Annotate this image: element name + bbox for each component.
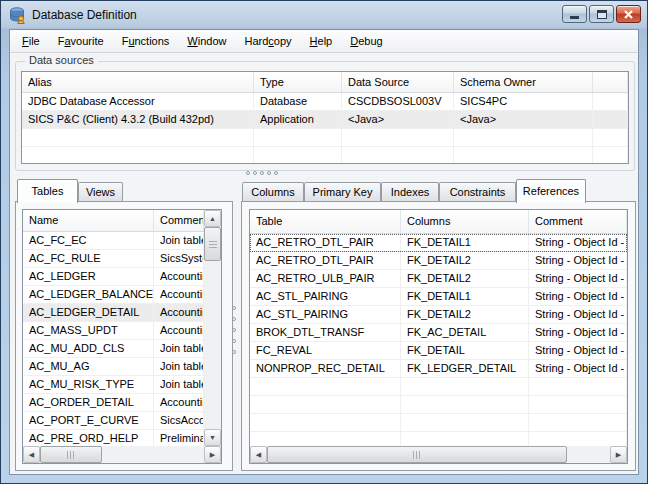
cell-comment: String - Object Id - [529,270,627,287]
table-row[interactable]: AC_PORT_E_CURVESicsAccou [23,412,204,430]
cell-schema-owner: SICS4PC [454,93,593,110]
cell-spacer [593,111,628,128]
tab-primary-key[interactable]: Primary Key [304,182,381,203]
scrollbar-thumb[interactable] [267,446,567,463]
arrow-left-icon: ◀ [251,447,266,462]
cell-name: AC_MU_ADD_CLS [23,340,154,357]
cell-columns: FK_DETAIL1 [401,288,529,305]
scrollbar-thumb[interactable] [204,227,221,261]
table-row[interactable]: SICS P&C (Client) 4.3.2 (Build 432pd) Ap… [22,111,628,129]
cell-table: AC_STL_PAIRING [250,306,401,323]
cell-data-source: <Java> [342,111,454,128]
splitter-dot [260,171,264,175]
menu-item-debug[interactable]: Debug [341,30,391,52]
cell-columns: FK_DETAIL [401,342,529,359]
column-header-comment: Comment [529,210,627,233]
menu-item-favourite[interactable]: Favourite [49,30,113,52]
table-row[interactable]: AC_RETRO_ULB_PAIRFK_DETAIL2String - Obje… [250,270,627,288]
tab-constraints[interactable]: Constraints [439,182,516,203]
table-row[interactable]: AC_PRE_ORD_HELPPreliminar [23,430,204,446]
cell-name: AC_LEDGER [23,268,154,285]
table-row-focused[interactable]: AC_RETRO_DTL_PAIRFK_DETAIL1String - Obje… [250,234,627,252]
cell-table: AC_STL_PAIRING [250,288,401,305]
data-sources-table: Alias Type Data Source Schema Owner JDBC… [21,71,629,164]
cell-table: AC_RETRO_DTL_PAIR [250,234,401,251]
table-row[interactable]: AC_FC_RULESicsSyste [23,250,204,268]
splitter-dot [274,171,278,175]
tab-views[interactable]: Views [78,182,123,203]
column-header-table: Table [250,210,401,233]
cell-name: AC_FC_RULE [23,250,154,267]
table-row-empty [22,147,628,164]
table-row[interactable]: AC_LEDGERAccountin [23,268,204,286]
scroll-left-button[interactable]: ◀ [23,446,40,463]
cell-columns: FK_DETAIL2 [401,306,529,323]
scroll-right-button[interactable]: ▶ [610,446,627,463]
cell-name: AC_FC_EC [23,232,154,249]
window-body: File Favourite Functions Window Hardcopy… [9,29,639,475]
menu-item-functions[interactable]: Functions [113,30,179,52]
table-row-selected[interactable]: AC_LEDGER_DETAILAccountin [23,304,204,322]
column-header-comment: Comment [154,210,204,231]
table-row[interactable]: NONPROP_REC_DETAILFK_LEDGER_DETAILString… [250,360,627,378]
tab-tables[interactable]: Tables [17,179,78,203]
table-row[interactable]: FC_REVALFK_DETAILString - Object Id - [250,342,627,360]
table-row[interactable]: BROK_DTL_TRANSFFK_AC_DETAILString - Obje… [250,324,627,342]
table-row-empty [22,129,628,147]
cell-columns: FK_DETAIL2 [401,270,529,287]
cell-comment: String - Object Id - [529,306,627,323]
arrow-down-icon: ▼ [205,430,220,445]
cell-comment: String - Object Id - [529,342,627,359]
menu-item-file[interactable]: File [13,30,49,52]
menu-item-help[interactable]: Help [301,30,342,52]
cell-type: Database [254,93,342,110]
menu-item-hardcopy[interactable]: Hardcopy [236,30,301,52]
horizontal-scrollbar[interactable]: ◀ ▶ [23,446,221,463]
table-row[interactable]: AC_FC_ECJoin table [23,232,204,250]
client-area: Data sources Alias Type Data Source Sche… [10,53,638,474]
table-row-empty [250,432,627,446]
table-row[interactable]: AC_MU_ADD_CLSJoin table [23,340,204,358]
tab-references[interactable]: References [516,179,586,203]
table-row[interactable]: AC_MU_RISK_TYPEJoin table [23,376,204,394]
scrollbar-thumb[interactable] [40,446,102,463]
cell-alias: SICS P&C (Client) 4.3.2 (Build 432pd) [22,111,254,128]
close-button[interactable] [616,5,641,23]
table-row[interactable]: JDBC Database Accessor Database CSCDBSOS… [22,93,628,111]
minimize-button[interactable] [562,5,587,23]
tab-columns[interactable]: Columns [242,182,304,203]
splitter-dot [253,171,257,175]
title-bar[interactable]: Database Definition [1,1,647,29]
table-row[interactable]: AC_STL_PAIRINGFK_DETAIL1String - Object … [250,288,627,306]
cell-comment: Preliminar [154,430,204,446]
cell-comment: Join table [154,376,204,393]
column-header-alias: Alias [22,72,254,92]
arrow-left-icon: ◀ [24,447,39,462]
cell-data-source: CSCDBSOSL003V [342,93,454,110]
table-row[interactable]: AC_MASS_UPDTAccountin [23,322,204,340]
scroll-right-button[interactable]: ▶ [204,446,221,463]
table-row-empty [250,378,627,396]
references-table: Table Columns Comment AC_RETRO_DTL_PAIRF… [249,209,628,464]
scroll-up-button[interactable]: ▲ [204,210,221,227]
table-row[interactable]: AC_MU_AGJoin table [23,358,204,376]
cell-comment: Accountin [154,268,204,285]
maximize-icon [597,10,607,19]
horizontal-splitter[interactable] [246,171,278,175]
table-row[interactable]: AC_RETRO_DTL_PAIRFK_DETAIL2String - Obje… [250,252,627,270]
scroll-left-button[interactable]: ◀ [250,446,267,463]
tab-indexes[interactable]: Indexes [381,182,439,203]
menu-item-window[interactable]: Window [178,30,235,52]
table-row[interactable]: AC_ORDER_DETAILAccountin [23,394,204,412]
table-row[interactable]: AC_STL_PAIRINGFK_DETAIL2String - Object … [250,306,627,324]
table-row[interactable]: AC_LEDGER_BALANCEAccountin [23,286,204,304]
vertical-scrollbar[interactable]: ▲ ▼ [204,210,221,446]
column-header-data-source: Data Source [342,72,454,92]
horizontal-scrollbar[interactable]: ◀ ▶ [250,446,627,463]
menu-bar: File Favourite Functions Window Hardcopy… [10,30,638,53]
scroll-down-button[interactable]: ▼ [204,429,221,446]
cell-comment: String - Object Id - [529,252,627,269]
cell-comment: Join table [154,358,204,375]
maximize-button[interactable] [589,5,614,23]
splitter-dot [246,171,250,175]
